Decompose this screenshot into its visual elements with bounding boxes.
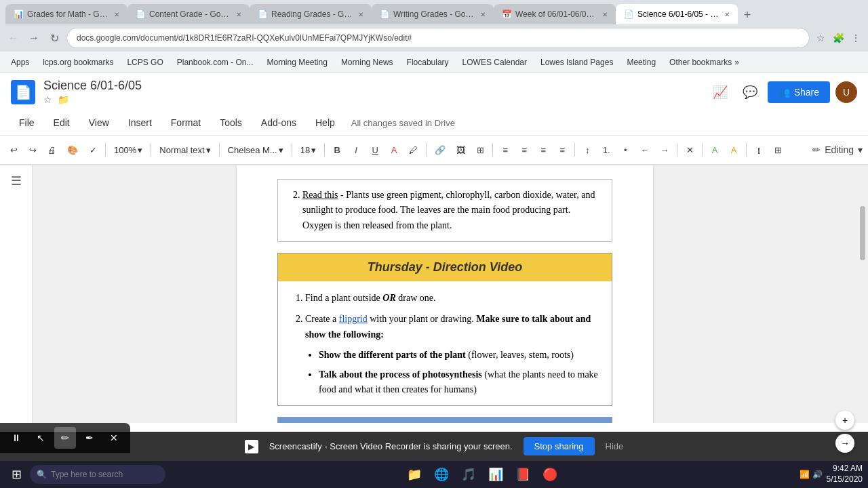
underline-button[interactable]: U (367, 140, 383, 159)
taskbar-chrome[interactable]: 🌐 (429, 462, 454, 487)
link-button[interactable]: 🔗 (431, 140, 450, 159)
options-button[interactable]: ⊞ (770, 140, 786, 159)
bookmark-meeting[interactable]: Meeting (621, 56, 661, 68)
forward-button[interactable]: → (26, 30, 42, 46)
bookmark-morning-meeting[interactable]: Morning Meeting (261, 56, 332, 68)
text-highlight-button[interactable]: A (726, 140, 742, 159)
tab-close-4[interactable]: ✕ (480, 11, 486, 18)
font-dropdown[interactable]: Chelsea M... ▾ (224, 140, 288, 159)
bookmark-star-icon[interactable]: ☆ (814, 31, 827, 45)
highlighter-button[interactable]: ✒ (79, 427, 100, 449)
tab-science[interactable]: 📄 Science 6/01-6/05 - Google... ✕ (616, 4, 738, 24)
taskbar-app[interactable]: 🔴 (538, 462, 562, 487)
doc-outline-icon[interactable]: ☰ (11, 174, 22, 188)
taskbar-file-explorer[interactable]: 📁 (402, 462, 427, 487)
scrollbar-thumb[interactable] (860, 206, 865, 260)
tab-close-3[interactable]: ✕ (358, 11, 363, 18)
tab-reading-grades[interactable]: 📄 Reading Grades - Google D... ✕ (250, 4, 372, 24)
menu-file[interactable]: File (11, 115, 43, 131)
undo-button[interactable]: ↩ (5, 140, 22, 159)
stop-sharing-button[interactable]: Stop sharing (524, 437, 595, 455)
bookmark-lcpsgo[interactable]: LCPS GO (121, 56, 168, 68)
bookmark-apps[interactable]: Apps (5, 56, 35, 68)
share-button[interactable]: 👥 Share (768, 81, 830, 103)
doc-title[interactable]: Science 6/01-6/05 (43, 79, 700, 93)
text-color-button[interactable]: A (386, 140, 402, 159)
tab-close-2[interactable]: ✕ (236, 11, 241, 18)
close-toolbar-button[interactable]: ✕ (103, 427, 125, 449)
new-tab-button[interactable]: + (738, 5, 757, 24)
menu-format[interactable]: Format (163, 115, 209, 131)
flipgrid-link[interactable]: flipgrid (339, 314, 368, 324)
read-this-link[interactable]: Read this (302, 190, 338, 200)
select-button[interactable]: ↖ (30, 427, 52, 449)
align-justify-button[interactable]: ≡ (554, 140, 570, 159)
bookmark-other[interactable]: Other bookmarks » (664, 56, 745, 68)
tab-close-1[interactable]: ✕ (114, 11, 119, 18)
tab-close-5[interactable]: ✕ (602, 11, 608, 18)
hide-button[interactable]: Hide (606, 441, 624, 451)
page-up-button[interactable]: + (835, 411, 854, 430)
pen-button[interactable]: ✏ (54, 427, 76, 449)
bookmark-lowes-island[interactable]: Lowes Island Pages (535, 56, 618, 68)
menu-insert[interactable]: Insert (120, 115, 160, 131)
insert-image-button[interactable]: 🖼 (452, 140, 469, 159)
page-down-button[interactable]: → (835, 434, 854, 453)
table-button[interactable]: ⊞ (472, 140, 488, 159)
numbered-list-button[interactable]: 1. (598, 140, 614, 159)
taskbar-clock[interactable]: 9:42 AM 5/15/2020 (827, 464, 863, 485)
menu-tools[interactable]: Tools (212, 115, 250, 131)
bookmark-lowes-calendar[interactable]: LOWES Calendar (457, 56, 532, 68)
bookmark-lcps[interactable]: lcps.org bookmarks (37, 56, 119, 68)
user-avatar[interactable]: U (835, 81, 857, 103)
menu-help[interactable]: Help (307, 115, 343, 131)
network-icon[interactable]: 📶 (800, 470, 810, 479)
menu-icon[interactable]: ⋮ (849, 31, 863, 45)
italic-button[interactable]: I (348, 140, 364, 159)
tab-week[interactable]: 📅 Week of 06/01-06/05 - 4th t... ✕ (494, 4, 616, 24)
bullet-list-button[interactable]: • (617, 140, 633, 159)
align-center-button[interactable]: ≡ (516, 140, 532, 159)
zoom-dropdown[interactable]: 100% ▾ (110, 140, 146, 159)
align-left-button[interactable]: ≡ (497, 140, 513, 159)
menu-edit[interactable]: Edit (45, 115, 78, 131)
tab-writing-grades[interactable]: 📄 Writing Grades - Google Do... ✕ (372, 4, 494, 24)
bookmark-flocabulary[interactable]: Flocabulary (401, 56, 454, 68)
indent-decrease-button[interactable]: ← (636, 140, 653, 159)
indent-increase-button[interactable]: → (656, 140, 673, 159)
extensions-icon[interactable]: 🧩 (831, 31, 845, 45)
analytics-button[interactable]: 📈 (708, 80, 732, 104)
redo-button[interactable]: ↪ (24, 140, 41, 159)
menu-view[interactable]: View (81, 115, 117, 131)
align-right-button[interactable]: ≡ (535, 140, 551, 159)
editing-badge[interactable]: ✏ Editing ▾ (812, 144, 863, 155)
windows-start-button[interactable]: ⊞ (5, 464, 27, 485)
menu-addons[interactable]: Add-ons (253, 115, 304, 131)
tab-content-grade[interactable]: 📄 Content Grade - Google Doc... ✕ (127, 4, 250, 24)
volume-icon[interactable]: 🔊 (812, 470, 823, 479)
pause-button[interactable]: ⏸ (5, 427, 27, 449)
star-icon[interactable]: ☆ (43, 94, 52, 105)
comments-button[interactable]: 💬 (738, 80, 762, 104)
print-button[interactable]: 🖨 (43, 140, 60, 159)
taskbar-itunes[interactable]: 🎵 (456, 462, 481, 487)
paint-format-button[interactable]: 🎨 (63, 140, 82, 159)
taskbar-powerpoint[interactable]: 📊 (484, 462, 508, 487)
size-dropdown[interactable]: 18 ▾ (296, 140, 320, 159)
bold-button[interactable]: B (329, 140, 345, 159)
taskbar-search[interactable]: 🔍 Type here to search (30, 465, 165, 484)
tab-grades-math[interactable]: 📊 Grades for Math - Google D... ✕ (5, 4, 127, 24)
folder-icon[interactable]: 📁 (58, 94, 69, 105)
bg-color-button[interactable]: A (707, 140, 723, 159)
tab-close-6[interactable]: ✕ (724, 11, 730, 18)
highlight-button[interactable]: 🖊 (405, 140, 422, 159)
back-button[interactable]: ← (5, 30, 22, 46)
refresh-button[interactable]: ↻ (46, 30, 62, 46)
bookmark-morning-news[interactable]: Morning News (336, 56, 399, 68)
line-columns-button[interactable]: ⫿ (751, 140, 767, 159)
style-dropdown[interactable]: Normal text ▾ (155, 140, 214, 159)
spell-check-button[interactable]: ✓ (85, 140, 101, 159)
url-bar[interactable]: docs.google.com/document/d/1k8DR1fE6R7za… (66, 28, 810, 48)
line-spacing-button[interactable]: ↕ (579, 140, 595, 159)
clear-format-button[interactable]: ✕ (682, 140, 698, 159)
